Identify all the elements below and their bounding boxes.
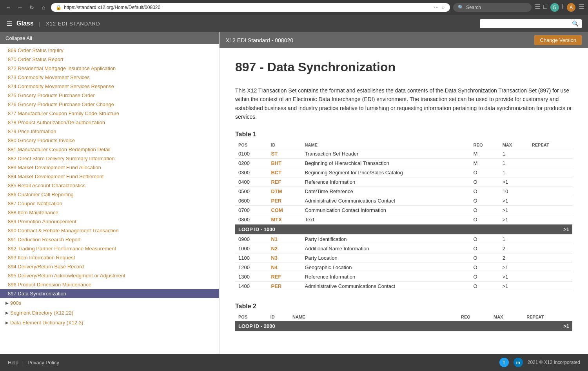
- sidebar-collapse-header[interactable]: Collapse All: [0, 32, 219, 44]
- cell-id[interactable]: DTM: [268, 186, 301, 196]
- menu-icon[interactable]: ☰: [579, 3, 584, 12]
- sidebar-item-886[interactable]: 886 Customer Call Reporting: [0, 190, 219, 199]
- sidebar-item-870[interactable]: 870 Order Status Report: [0, 55, 219, 64]
- sidebar-item-874[interactable]: 874 Commodity Movement Services Response: [0, 82, 219, 91]
- sidebar-section-data[interactable]: ▶ Data Element Dictionary (X12.3): [0, 318, 219, 328]
- cell-max: 1: [499, 234, 529, 244]
- hamburger-icon[interactable]: ☰: [6, 19, 13, 28]
- sidebar-section-segment[interactable]: ▶ Segment Directory (X12.22): [0, 308, 219, 318]
- sidebar-item-887[interactable]: 887 Coupon Notification: [0, 199, 219, 208]
- help-link[interactable]: Help: [8, 360, 18, 366]
- sidebar-item-878[interactable]: 878 Product Authorization/De-authorizati…: [0, 118, 219, 127]
- user-icon[interactable]: I: [562, 3, 564, 12]
- cell-id[interactable]: COM: [268, 205, 301, 215]
- doc-description: This X12 Transaction Set contains the fo…: [235, 86, 572, 121]
- cell-max: 1: [499, 168, 529, 177]
- sidebar-item-881[interactable]: 881 Manufacturer Coupon Redemption Detai…: [0, 145, 219, 154]
- cell-pos: 0100: [235, 149, 268, 158]
- cell-id[interactable]: BHT: [268, 158, 301, 168]
- section-data-label: Data Element Dictionary (X12.3): [10, 320, 83, 326]
- sidebar-item-876[interactable]: 876 Grocery Products Purchase Order Chan…: [0, 100, 219, 109]
- sidebar-item-891[interactable]: 891 Deduction Research Report: [0, 235, 219, 244]
- sidebar-item-880[interactable]: 880 Grocery Products Invoice: [0, 136, 219, 145]
- cell-id[interactable]: N3: [268, 253, 301, 262]
- library-icon[interactable]: ☰: [535, 3, 540, 12]
- privacy-link[interactable]: Privacy Policy: [27, 360, 59, 366]
- cell-req: O: [470, 168, 499, 177]
- col-req: REQ: [470, 141, 499, 149]
- sidebar-item-875[interactable]: 875 Grocery Products Purchase Order: [0, 91, 219, 100]
- cell-id[interactable]: PER: [268, 196, 301, 205]
- sidebar-section-900[interactable]: ▶ 900s: [0, 298, 219, 308]
- sidebar-item-873[interactable]: 873 Commodity Movement Services: [0, 73, 219, 82]
- sidebar-item-879[interactable]: 879 Price Information: [0, 127, 219, 136]
- sidebar-item-894[interactable]: 894 Delivery/Return Base Record: [0, 262, 219, 271]
- cell-pos: 0200: [235, 158, 268, 168]
- col2-pos: POS: [235, 313, 267, 321]
- cell-max: >1: [499, 205, 529, 215]
- cell-id[interactable]: ST: [268, 149, 301, 158]
- sidebar-item-896[interactable]: 896 Product Dimension Maintenance: [0, 280, 219, 289]
- sidebar-item-882[interactable]: 882 Direct Store Delivery Summary Inform…: [0, 154, 219, 163]
- cell-pos: 0300: [235, 168, 268, 177]
- cell-pos: 0600: [235, 196, 268, 205]
- sidebar-item-869[interactable]: 869 Order Status Inquiry: [0, 46, 219, 55]
- cell-max: 2: [499, 253, 529, 262]
- table2-title: Table 2: [235, 303, 572, 310]
- col-id: ID: [268, 141, 301, 149]
- app-title-edi: X12 EDI STANDARD: [46, 21, 100, 27]
- cell-id[interactable]: MTX: [268, 215, 301, 224]
- sidebar-item-884[interactable]: 884 Market Development Fund Settlement: [0, 172, 219, 181]
- reload-button[interactable]: ↻: [27, 3, 36, 12]
- section-segment-label: Segment Directory (X12.22): [10, 310, 73, 316]
- sidebar-item-885[interactable]: 885 Retail Account Characteristics: [0, 181, 219, 190]
- linkedin-icon[interactable]: in: [514, 358, 523, 367]
- cell-id[interactable]: PER: [268, 281, 301, 291]
- cell-id[interactable]: N2: [268, 244, 301, 253]
- loop-label: LOOP ID - 2000: [235, 321, 523, 331]
- cell-id[interactable]: REF: [268, 177, 301, 186]
- cell-req: O: [470, 196, 499, 205]
- cell-id[interactable]: REF: [268, 272, 301, 281]
- content-body: FUNCTIONAL GROUP=SC SUBCOMMITTEE=M 897 -…: [220, 48, 588, 354]
- browser-search-bar[interactable]: 🔍 Search: [453, 3, 532, 12]
- address-bar[interactable]: 🔒 https://standard.x12.org/Home/Default/…: [51, 3, 450, 12]
- account-icon[interactable]: G: [550, 3, 559, 12]
- forward-button[interactable]: →: [16, 3, 24, 12]
- cell-max: >1: [499, 281, 529, 291]
- profile-icon[interactable]: A: [567, 3, 575, 12]
- app-title-glass: Glass: [16, 20, 34, 27]
- cell-req: O: [470, 281, 499, 291]
- cell-id[interactable]: N4: [268, 262, 301, 272]
- table-row: 0700 COM Communication Contact Informati…: [235, 205, 572, 215]
- cell-max: >1: [499, 262, 529, 272]
- sidebar-item-888[interactable]: 888 Item Maintenance: [0, 208, 219, 217]
- table-row: 1300 REF Reference Information O >1: [235, 272, 572, 281]
- back-button[interactable]: ←: [4, 3, 13, 12]
- footer-sep: |: [22, 360, 24, 366]
- twitter-icon[interactable]: T: [499, 358, 509, 367]
- cell-name: Reference Information: [302, 177, 470, 186]
- app-header-left: ☰ Glass | X12 EDI STANDARD: [6, 19, 100, 28]
- cell-repeat: [529, 168, 572, 177]
- change-version-button[interactable]: Change Version: [534, 35, 582, 45]
- sidebar-item-893[interactable]: 893 Item Information Request: [0, 253, 219, 262]
- table2-section: Table 2 POS ID NAME REQ MAX REPEAT: [235, 303, 572, 331]
- doc-title: 897 - Data Synchronization: [235, 60, 572, 74]
- col-name: NAME: [302, 141, 470, 149]
- table-row: 1200 N4 Geographic Location O >1: [235, 262, 572, 272]
- sidebar-item-872[interactable]: 872 Residential Mortgage Insurance Appli…: [0, 64, 219, 73]
- sidebar-item-897[interactable]: 897 Data Synchronization: [0, 289, 219, 298]
- sidebar-item-895[interactable]: 895 Delivery/Return Acknowledgment or Ad…: [0, 271, 219, 280]
- sidebar-item-877[interactable]: 877 Manufacturer Coupon Family Code Stru…: [0, 109, 219, 118]
- sidebar-item-890[interactable]: 890 Contract & Rebate Management Transac…: [0, 226, 219, 235]
- home-button[interactable]: ⌂: [39, 3, 48, 12]
- app-search-input[interactable]: [480, 19, 582, 28]
- cell-id[interactable]: BCT: [268, 168, 301, 177]
- sidebar-item-892[interactable]: 892 Trading Partner Performance Measurem…: [0, 244, 219, 253]
- sidebar-item-883[interactable]: 883 Market Development Fund Allocation: [0, 163, 219, 172]
- tabs-icon[interactable]: □: [543, 3, 547, 12]
- cell-id[interactable]: N1: [268, 234, 301, 244]
- sidebar-item-889[interactable]: 889 Promotion Announcement: [0, 217, 219, 226]
- section-segment-arrow: ▶: [5, 311, 9, 315]
